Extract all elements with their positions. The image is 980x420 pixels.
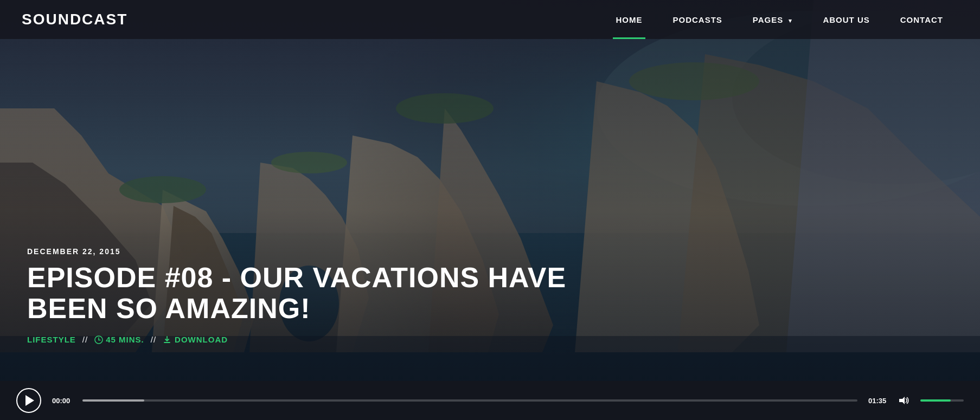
hero-duration: 45 MINS. bbox=[94, 335, 144, 344]
player-volume-fill bbox=[920, 399, 951, 402]
site-logo[interactable]: SOUNDCAST bbox=[22, 11, 127, 28]
hero-background bbox=[0, 0, 980, 420]
svg-rect-0 bbox=[0, 0, 980, 420]
nav-item-podcasts[interactable]: PODCASTS bbox=[658, 0, 738, 39]
hero-section: SOUNDCAST HOME PODCASTS PAGES ▾ ABOUT US… bbox=[0, 0, 980, 420]
svg-marker-26 bbox=[899, 397, 905, 404]
player-volume-bar[interactable] bbox=[920, 399, 964, 402]
nav-item-about[interactable]: ABOUT US bbox=[808, 0, 885, 39]
download-icon bbox=[163, 335, 171, 344]
svg-point-2 bbox=[597, 11, 980, 206]
hero-tag[interactable]: LIFESTYLE bbox=[27, 335, 76, 344]
player-time-current: 00:00 bbox=[52, 397, 72, 405]
hero-content: DECEMBER 22, 2015 EPISODE #08 - OUR VACA… bbox=[27, 247, 624, 344]
nav-active-indicator bbox=[613, 37, 645, 39]
svg-marker-14 bbox=[678, 54, 980, 352]
nav-item-home[interactable]: HOME bbox=[601, 0, 658, 39]
player-bar: 00:00 01:35 bbox=[0, 381, 980, 420]
clock-icon bbox=[94, 335, 103, 344]
svg-point-17 bbox=[271, 152, 347, 173]
svg-point-19 bbox=[629, 62, 759, 100]
hero-title: EPISODE #08 - OUR VACATIONS HAVE BEEN SO… bbox=[27, 262, 624, 324]
separator-2: // bbox=[151, 335, 156, 344]
volume-icon[interactable] bbox=[899, 396, 909, 405]
svg-rect-1 bbox=[0, 0, 980, 420]
hero-download[interactable]: DOWNLOAD bbox=[163, 335, 228, 344]
player-time-total: 01:35 bbox=[868, 397, 888, 405]
player-progress-fill bbox=[82, 399, 144, 402]
hero-meta: LIFESTYLE // 45 MINS. // bbox=[27, 335, 624, 344]
chevron-down-icon: ▾ bbox=[789, 17, 792, 24]
play-button[interactable] bbox=[16, 388, 41, 413]
nav-item-contact[interactable]: CONTACT bbox=[885, 0, 958, 39]
svg-marker-15 bbox=[786, 0, 980, 352]
hero-date: DECEMBER 22, 2015 bbox=[27, 247, 624, 256]
svg-rect-20 bbox=[0, 0, 980, 420]
navbar: SOUNDCAST HOME PODCASTS PAGES ▾ ABOUT US… bbox=[0, 0, 980, 39]
svg-point-18 bbox=[396, 93, 494, 124]
svg-point-16 bbox=[119, 176, 206, 203]
nav-links: HOME PODCASTS PAGES ▾ ABOUT US CONTACT bbox=[601, 0, 958, 39]
play-icon bbox=[25, 395, 34, 406]
player-progress-bar[interactable] bbox=[82, 399, 857, 402]
nav-item-pages[interactable]: PAGES ▾ bbox=[738, 0, 808, 39]
separator-1: // bbox=[82, 335, 88, 344]
